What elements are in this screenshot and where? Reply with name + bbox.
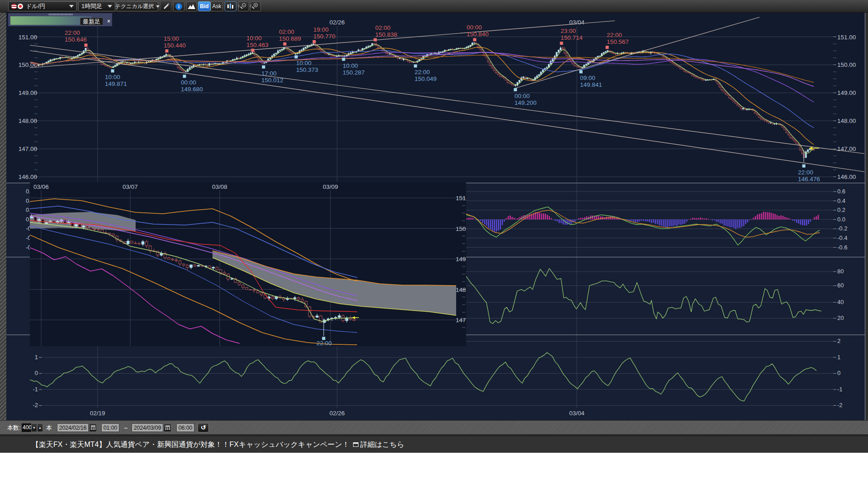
main-price-label-right: 150.00 (837, 61, 856, 68)
right-frame-strip (865, 13, 868, 420)
annotation-time: 10:00 (246, 35, 262, 42)
macd-label-right: -0.4 (837, 235, 847, 241)
calendar-from-button[interactable] (89, 423, 97, 432)
technical-select-label: テクニカル選択 (115, 3, 154, 10)
refresh-button[interactable]: ↺ (198, 423, 209, 432)
mountain-icon (188, 4, 196, 9)
swing-marker (251, 49, 255, 52)
area-chart-button[interactable] (186, 1, 197, 11)
annotation-price: 150.463 (246, 42, 269, 48)
time-to-input[interactable]: 06:00 (176, 423, 194, 432)
annotation-price: 149.200 (514, 99, 537, 106)
chevron-down-icon (69, 5, 74, 8)
rsi-label-right: 40 (837, 299, 844, 305)
chart-tab[interactable]: 最新足 × (8, 13, 112, 26)
annotation-time: 00:00 (467, 24, 482, 31)
bars-increment-button[interactable]: ▲ (37, 423, 43, 432)
main-price-label-left: 148.00 (19, 117, 37, 124)
macd-label-right: -0.2 (837, 225, 847, 232)
osc-label-right: 2 (837, 338, 840, 344)
campaign-link[interactable]: 詳細はこちら (360, 441, 405, 448)
chart-canvas[interactable]: 151.00151.00150.00150.00149.00149.00148.… (0, 13, 868, 420)
main-date-label: 02/26 (330, 19, 345, 26)
time-from-input[interactable]: 01:00 (101, 423, 119, 432)
macd-label-right: 0.4 (837, 197, 845, 204)
tab-close-icon[interactable]: × (107, 19, 110, 24)
swing-marker (342, 58, 345, 61)
bars-decrement-button[interactable]: ▼ (31, 423, 37, 432)
annotation-price: 150.770 (313, 33, 335, 40)
zoom-in-icon: ↕+ (251, 3, 259, 10)
main-date-label: 03/04 (569, 19, 585, 26)
inset-date-label: 03/08 (212, 183, 227, 190)
swing-marker (606, 46, 609, 49)
tab-label: 最新足 (80, 18, 103, 25)
annotation-time: 22:00 (65, 29, 80, 36)
annotation-price: 150.049 (415, 75, 437, 82)
annotation-price: 150.373 (296, 66, 318, 73)
inset-annotation-time: 22:00 (316, 340, 332, 347)
technical-select-button[interactable]: テクニカル選択 (117, 1, 158, 11)
main-price-label-left: 149.00 (19, 89, 37, 96)
annotation-price: 150.646 (65, 36, 87, 43)
macd-label-right: 0.2 (837, 206, 845, 213)
pencil-icon (163, 4, 168, 9)
osc-label-left: -2 (33, 402, 38, 408)
osc-label-right: 1 (837, 354, 840, 361)
bars-count-input[interactable]: 400 (22, 423, 31, 432)
date-from-input[interactable]: 2024/02/16 (57, 423, 89, 432)
fx-chart-app: ドル/円 1時間足 テクニカル選択 i Bid Ask ↕− ↕+ 151.00… (0, 0, 868, 488)
currency-pair-select[interactable]: ドル/円 (8, 1, 77, 11)
swing-marker (473, 38, 476, 41)
annotation-time: 09:00 (580, 75, 595, 81)
osc-label-right: -2 (837, 402, 843, 408)
candlestick-icon (227, 3, 234, 9)
annotation-time: 15:00 (164, 35, 179, 42)
zoom-in-button[interactable]: ↕+ (250, 1, 261, 11)
inset-chart-window[interactable]: 151.00150.00149.00148.00147.0003/0603/07… (30, 182, 474, 347)
swing-marker (165, 49, 169, 52)
info-button[interactable]: i (173, 1, 184, 11)
info-icon: i (175, 3, 182, 10)
annotation-price: 149.841 (580, 81, 602, 88)
calendar-to-button[interactable] (164, 423, 171, 432)
osc-label-right: 0 (837, 370, 840, 376)
swing-marker (313, 40, 316, 43)
swing-marker (414, 64, 417, 67)
date-to-input[interactable]: 2024/03/09 (132, 423, 163, 432)
macd-label-right: 0.6 (837, 188, 845, 195)
chevron-down-icon (108, 5, 112, 8)
draw-tool-button[interactable] (160, 1, 171, 11)
macd-label-right: 0.0 (837, 216, 845, 223)
main-price-label-left: 147.00 (19, 145, 37, 152)
main-price-label-right: 151.00 (837, 34, 856, 41)
osc-label-left: 0 (35, 370, 38, 376)
rsi-label-right: 20 (837, 314, 844, 321)
annotation-time: 22:00 (415, 69, 430, 75)
bars-count-label: 本数: (7, 424, 21, 432)
bid-button[interactable]: Bid (198, 1, 211, 11)
osc-date-label: 02/19 (90, 410, 105, 417)
swing-marker (580, 70, 583, 73)
campaign-banner: 【楽天FX・楽天MT4】人気通貨ペア・新興国通貨が対象！！FXキャッシュバックキ… (0, 436, 868, 453)
main-price-label-right: 146.00 (837, 174, 856, 180)
main-price-label-left: 151.00 (19, 34, 37, 41)
inset-swing-marker (322, 337, 326, 340)
annotation-time: 17:00 (261, 70, 277, 77)
campaign-text: 【楽天FX・楽天MT4】人気通貨ペア・新興国通貨が対象！！FXキャッシュバックキ… (32, 441, 349, 448)
annotation-price: 150.287 (343, 69, 365, 76)
annotation-time: 02:00 (279, 28, 294, 35)
candle-chart-button[interactable] (225, 1, 236, 11)
timeframe-select[interactable]: 1時間足 (78, 1, 115, 11)
zoom-out-button[interactable]: ↕− (238, 1, 249, 11)
annotation-price: 149.680 (181, 86, 203, 93)
ask-button[interactable]: Ask (211, 1, 223, 11)
rsi-label-right: 60 (837, 282, 844, 289)
timeframe-label: 1時間足 (81, 2, 102, 10)
annotation-price: 146.476 (798, 176, 820, 183)
us-flag-icon (11, 4, 17, 9)
main-price-label-right: 148.00 (837, 117, 856, 124)
tab-gradient (10, 16, 92, 25)
chevron-down-icon (156, 5, 160, 8)
inset-date-label: 03/07 (123, 183, 138, 190)
